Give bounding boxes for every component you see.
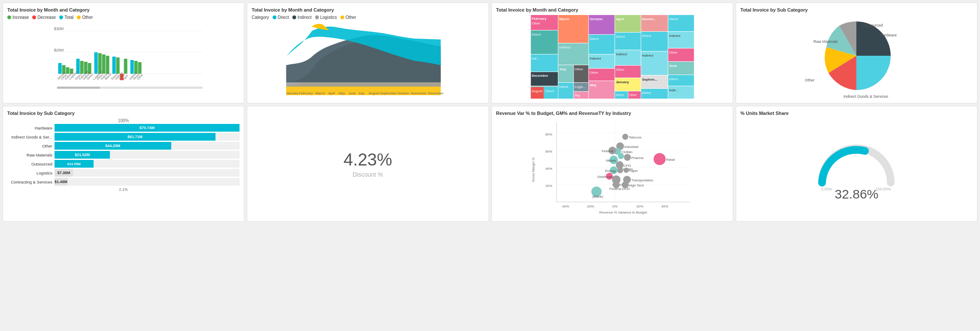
legend-total-label: Total — [64, 15, 73, 20]
svg-text:Hardware: Hardware — [880, 33, 897, 37]
svg-point-185 — [622, 181, 628, 188]
chart1-legend: Increase Decrease Total Other — [7, 15, 240, 20]
svg-point-165 — [624, 154, 631, 161]
gauge-area: 0.00% 100.00% 32.86% — [813, 116, 899, 217]
hbar-outer-indirect: $61.71M — [55, 133, 240, 141]
svg-text:Indirect: Indirect — [616, 52, 627, 56]
chart7-title: Revenue Var % to Budget, GM% and Revenue… — [496, 111, 728, 116]
svg-text:January: January — [616, 80, 629, 84]
svg-text:Energy: Energy — [605, 169, 616, 173]
hbar-inner-contracting: $1.49M — [55, 178, 67, 186]
svg-rect-18 — [116, 57, 120, 74]
hbar-val-raw: $21.52M — [75, 153, 90, 157]
chart5-area: 100% Hardware $70.74M Indirect Goods & S… — [7, 118, 240, 192]
chart2-legend: Category Direct Indirect Logistics Other — [252, 15, 484, 20]
svg-text:April: April — [616, 17, 623, 21]
svg-rect-37 — [130, 60, 134, 74]
chart4-area: Outsourced Raw Materials Other Hardware … — [740, 15, 973, 96]
svg-rect-20 — [124, 59, 127, 74]
svg-point-175 — [623, 168, 628, 173]
chart2-svg: January February March April May June Ju… — [252, 22, 484, 95]
hbar-label-outsourced: Outsourced — [7, 162, 55, 166]
svg-text:June: June — [349, 91, 356, 95]
svg-text:January: January — [286, 91, 298, 95]
svg-text:20%: 20% — [636, 205, 643, 208]
svg-text:May: May — [589, 83, 596, 87]
legend-increase-label: Increase — [12, 15, 29, 20]
svg-text:Outsourced: Outsourced — [863, 23, 883, 27]
svg-rect-39 — [138, 62, 142, 74]
svg-point-163 — [618, 153, 624, 159]
svg-text:August: August — [369, 91, 380, 95]
chart8-title: % Units Market Share — [740, 111, 789, 116]
legend-other2: Other — [340, 15, 356, 20]
indirect-label: Indirect — [297, 15, 312, 20]
svg-rect-44 — [57, 87, 100, 89]
svg-text:$30M: $30M — [54, 27, 64, 31]
chart8-gauge: % Units Market Share 0.00% 100.00% 32.86… — [736, 106, 977, 222]
chart1-svg: $30M $20M — [7, 22, 240, 91]
svg-point-173 — [617, 167, 623, 173]
hbar-row-raw: Raw Materials $21.52M — [7, 151, 240, 159]
hbar-val-logistics: $7.36M — [58, 171, 70, 175]
svg-text:20%: 20% — [545, 184, 552, 188]
svg-text:Other: Other — [616, 68, 624, 72]
svg-text:40%: 40% — [545, 167, 552, 171]
svg-text:Indirect Goods & Services: Indirect Goods & Services — [843, 94, 889, 99]
hbar-outer-hardware: $70.74M — [55, 124, 240, 132]
svg-text:July: July — [559, 67, 566, 71]
svg-text:Paper: Paper — [628, 169, 638, 173]
svg-text:CPG: CPG — [623, 164, 631, 168]
svg-text:Indirect: Indirect — [669, 34, 680, 38]
svg-text:May: May — [574, 94, 580, 97]
hbar-row-other: Other $44.29M — [7, 142, 240, 150]
svg-text:Septem...: Septem... — [642, 78, 657, 81]
hbar-label-logistics: Logistics — [7, 171, 55, 175]
svg-text:40%: 40% — [661, 205, 668, 208]
hbar-row-indirect: Indirect Goods & Ser... $61.71M — [7, 133, 240, 141]
chart2-category-label: Category — [252, 15, 269, 20]
svg-text:February: February — [531, 17, 546, 21]
chart7-area: 20% 40% 60% 80% Gross Margin % -40% -20%… — [496, 118, 728, 217]
hbar-val-outsourced: $14.55M — [67, 162, 81, 166]
svg-point-189 — [653, 153, 665, 165]
hbar-label-other: Other — [7, 144, 55, 148]
hbar-inner-hardware: $70.74M — [55, 124, 240, 132]
svg-text:-20%: -20% — [586, 205, 594, 208]
hbar-row-logistics: Logistics $7.36M — [7, 169, 240, 177]
discount-value: 4.23% — [343, 150, 392, 169]
chart1-area: $30M $20M — [7, 22, 240, 91]
svg-text:Logis...: Logis... — [574, 85, 586, 89]
treemap-area: February Other Direct Ind... December In… — [496, 15, 728, 99]
legend-other: Other — [77, 15, 93, 20]
svg-text:February: February — [299, 91, 313, 95]
dashboard: Total Invoice by Month and Category Incr… — [0, 0, 980, 224]
svg-text:Other: Other — [629, 93, 637, 96]
svg-text:(Blank): (Blank) — [592, 195, 603, 199]
svg-text:October: October — [589, 17, 603, 21]
chart4-title: Total Invoice by Sub Category — [740, 7, 973, 12]
hbar-inner-raw: $21.52M — [55, 151, 110, 159]
svg-rect-15 — [102, 54, 106, 74]
svg-rect-7 — [66, 67, 70, 74]
svg-text:Direct: Direct — [559, 85, 568, 89]
svg-text:Distribution: Distribution — [597, 175, 614, 179]
hbar-outer-outsourced: $14.55M — [55, 160, 240, 168]
svg-text:Direct: Direct — [531, 33, 541, 36]
svg-text:Direct: Direct — [642, 34, 651, 38]
svg-text:December: December — [531, 74, 548, 78]
chart1-title: Total Invoice by Month and Category — [7, 7, 240, 12]
hbar-val-indirect: $61.71M — [127, 135, 143, 139]
other-dot — [77, 15, 81, 19]
svg-text:Direct: Direct — [616, 93, 623, 96]
svg-text:August: August — [531, 89, 543, 93]
hbar-row-outsourced: Outsourced $14.55M — [7, 160, 240, 168]
svg-text:November: November — [411, 91, 427, 95]
svg-text:Raw Materials: Raw Materials — [813, 39, 838, 44]
chart2-area: January February March April May June Ju… — [252, 22, 484, 95]
chart6-discount: 4.23% Discount % — [247, 106, 488, 222]
svg-text:September: September — [380, 91, 397, 95]
hbar-inner-other: $44.29M — [55, 142, 171, 150]
direct-label: Direct — [278, 15, 289, 20]
hbar-val-hardware: $70.74M — [140, 126, 155, 130]
